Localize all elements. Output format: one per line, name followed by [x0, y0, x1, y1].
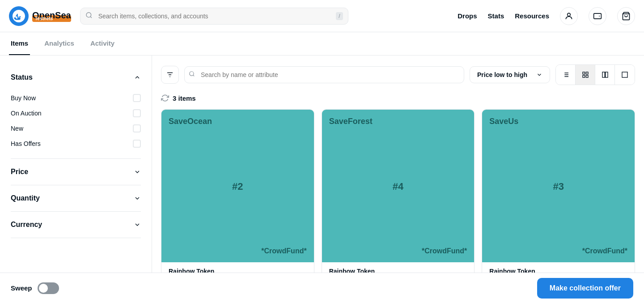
opensea-logo-icon: [9, 6, 29, 26]
filter-section-quantity: Quantity: [11, 185, 141, 212]
nft-crowdfund-3: *CrowdFund*: [582, 247, 627, 255]
svg-rect-20: [622, 72, 627, 77]
sort-label: Price low to high: [477, 71, 527, 78]
nft-title-1: SaveOcean: [169, 117, 212, 126]
main-layout: Status Buy Now On Auction New: [0, 55, 644, 303]
nft-card-2[interactable]: SaveForest #4 *CrowdFund* Rainbow Token: [322, 109, 475, 282]
filter-icon: [166, 71, 174, 79]
view-grid-medium-button[interactable]: [595, 65, 615, 85]
nft-number-3: #3: [553, 181, 564, 192]
svg-rect-18: [602, 72, 605, 77]
has-offers-checkbox[interactable]: [133, 140, 141, 148]
toggle-thumb: [39, 284, 48, 293]
item-search-input[interactable]: [184, 66, 464, 83]
navbar: OpenSea Testnets / Drops Stats Resources: [0, 0, 644, 32]
chevron-down-price-icon: [134, 168, 141, 175]
items-count: 3 items: [173, 94, 196, 102]
svg-point-7: [190, 72, 194, 76]
grid-medium-icon: [602, 71, 609, 78]
filter-on-auction[interactable]: On Auction: [11, 106, 141, 121]
filter-quantity-title: Quantity: [11, 194, 40, 202]
item-search: [184, 66, 464, 83]
logo-area[interactable]: OpenSea Testnets: [9, 6, 71, 26]
filter-currency-header[interactable]: Currency: [11, 212, 141, 238]
sort-dropdown[interactable]: Price low to high: [470, 66, 550, 83]
nav-stats[interactable]: Stats: [488, 12, 504, 20]
collection-tabs: Items Analytics Activity: [0, 32, 644, 55]
nav-resources[interactable]: Resources: [515, 12, 549, 20]
svg-rect-14: [583, 72, 585, 74]
nft-number-1: #2: [232, 181, 243, 192]
svg-rect-17: [586, 75, 588, 77]
tab-analytics[interactable]: Analytics: [42, 32, 76, 55]
nft-image-3: SaveUs #3 *CrowdFund*: [482, 110, 635, 262]
wallet-icon-button[interactable]: [589, 7, 606, 25]
buy-now-checkbox[interactable]: [133, 94, 141, 102]
chevron-down-currency-icon: [134, 221, 141, 228]
nft-title-3: SaveUs: [489, 117, 518, 126]
filter-quantity-header[interactable]: Quantity: [11, 185, 141, 211]
svg-point-0: [86, 13, 91, 17]
filter-toggle-button[interactable]: [161, 66, 179, 84]
refresh-button[interactable]: [161, 94, 169, 102]
filter-status-header[interactable]: Status: [11, 64, 141, 90]
make-collection-offer-button[interactable]: Make collection offer: [537, 278, 633, 299]
view-grid-small-button[interactable]: [576, 65, 595, 85]
filter-has-offers[interactable]: Has Offers: [11, 136, 141, 151]
tab-activity[interactable]: Activity: [89, 32, 116, 55]
svg-rect-2: [594, 13, 602, 19]
view-toggles: [555, 64, 635, 85]
sweep-label: Sweep: [11, 284, 32, 292]
items-count-row: 3 items: [161, 94, 635, 102]
nft-image-2: SaveForest #4 *CrowdFund*: [322, 110, 475, 262]
nft-number-2: #4: [393, 181, 403, 192]
sidebar: Status Buy Now On Auction New: [0, 55, 152, 303]
cart-icon-button[interactable]: [617, 7, 635, 25]
content-area: Price low to high: [152, 55, 644, 303]
chevron-up-icon: [134, 74, 141, 81]
filter-section-status: Status Buy Now On Auction New: [11, 64, 141, 159]
list-view-icon: [562, 71, 569, 78]
filter-section-price: Price: [11, 159, 141, 185]
view-grid-large-button[interactable]: [615, 65, 635, 85]
filter-buy-now[interactable]: Buy Now: [11, 90, 141, 106]
nft-grid: SaveOcean #2 *CrowdFund* Rainbow Token S…: [161, 109, 635, 282]
filter-price-header[interactable]: Price: [11, 159, 141, 185]
on-auction-checkbox[interactable]: [133, 109, 141, 117]
search-shortcut: /: [336, 12, 343, 20]
filter-currency-title: Currency: [11, 221, 42, 229]
grid-large-icon: [621, 71, 628, 78]
global-search-input[interactable]: [80, 8, 348, 25]
tab-items[interactable]: Items: [9, 32, 30, 55]
chevron-down-quantity-icon: [134, 195, 141, 202]
nft-crowdfund-2: *CrowdFund*: [422, 247, 467, 255]
sweep-toggle[interactable]: [38, 282, 59, 294]
svg-rect-16: [583, 75, 585, 77]
new-checkbox[interactable]: [133, 124, 141, 132]
filter-new[interactable]: New: [11, 121, 141, 136]
svg-point-1: [568, 13, 571, 16]
nft-crowdfund-1: *CrowdFund*: [261, 247, 306, 255]
profile-icon-button[interactable]: [560, 7, 578, 25]
sweep-area: Sweep: [11, 282, 59, 294]
grid-small-icon: [582, 71, 589, 78]
svg-rect-15: [586, 72, 588, 74]
nft-card-1[interactable]: SaveOcean #2 *CrowdFund* Rainbow Token: [161, 109, 314, 282]
nft-title-2: SaveForest: [329, 117, 373, 126]
refresh-icon: [161, 94, 169, 102]
nav-links: Drops Stats Resources: [458, 7, 635, 25]
attr-search-icon: [189, 71, 195, 79]
nft-card-3[interactable]: SaveUs #3 *CrowdFund* Rainbow Token: [482, 109, 635, 282]
content-toolbar: Price low to high: [161, 64, 635, 85]
nft-image-1: SaveOcean #2 *CrowdFund*: [161, 110, 314, 262]
filter-price-title: Price: [11, 168, 28, 176]
sort-chevron-icon: [536, 72, 542, 78]
nav-drops[interactable]: Drops: [458, 12, 477, 20]
filter-status-title: Status: [11, 73, 33, 81]
status-options: Buy Now On Auction New Has Offers: [11, 90, 141, 158]
svg-rect-19: [605, 72, 607, 77]
bottom-bar: Sweep Make collection offer: [0, 273, 644, 303]
view-list-button[interactable]: [556, 65, 576, 85]
search-icon: [85, 12, 93, 21]
global-search: /: [80, 8, 348, 25]
